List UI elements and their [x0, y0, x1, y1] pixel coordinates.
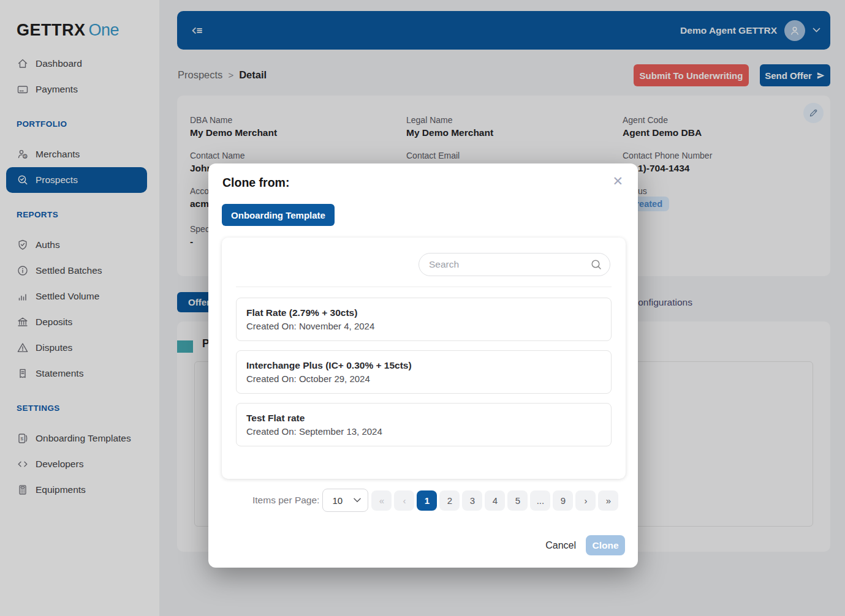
pager-last-button[interactable]: » — [598, 490, 618, 511]
search-field — [419, 253, 610, 276]
pager-next-button[interactable]: › — [575, 490, 596, 511]
select-chevron-icon — [354, 498, 361, 503]
pagination-row: Items per Page: 10 « ‹ 1 2 3 4 5 ... 9 ›… — [252, 489, 618, 512]
pager-page-4[interactable]: 4 — [485, 490, 505, 511]
template-name: Test Flat rate — [246, 411, 601, 425]
pager-first-button[interactable]: « — [371, 490, 392, 511]
pager-page-3[interactable]: 3 — [462, 490, 482, 511]
search-input[interactable] — [419, 253, 610, 276]
pager-ellipsis[interactable]: ... — [530, 490, 550, 511]
onboarding-template-tab[interactable]: Onboarding Template — [222, 204, 335, 226]
template-created-on: Created On: November 4, 2024 — [246, 320, 601, 333]
pager-page-1[interactable]: 1 — [417, 490, 437, 511]
cancel-button[interactable]: Cancel — [545, 540, 576, 551]
items-per-page-value: 10 — [332, 495, 343, 506]
pager-page-9[interactable]: 9 — [553, 490, 573, 511]
search-icon[interactable] — [590, 258, 602, 271]
clone-from-modal: Clone from: ✕ Onboarding Template Flat R… — [208, 163, 638, 568]
template-list-item[interactable]: Interchange Plus (IC+ 0.30% + 15cts) Cre… — [236, 350, 612, 394]
close-icon[interactable]: ✕ — [612, 175, 623, 187]
template-picker-panel: Flat Rate (2.79% + 30cts) Created On: No… — [222, 238, 626, 479]
pager-prev-button[interactable]: ‹ — [394, 490, 414, 511]
template-created-on: Created On: September 13, 2024 — [246, 425, 601, 438]
pager-page-5[interactable]: 5 — [507, 490, 528, 511]
pager: « ‹ 1 2 3 4 5 ... 9 › » — [371, 490, 618, 511]
app-root: GETTRXOne Dashboard Payments PORTFOLIO $… — [0, 0, 845, 616]
pager-page-2[interactable]: 2 — [439, 490, 460, 511]
template-list-item[interactable]: Test Flat rate Created On: September 13,… — [236, 403, 612, 446]
template-list-item[interactable]: Flat Rate (2.79% + 30cts) Created On: No… — [236, 298, 612, 341]
modal-title: Clone from: — [222, 176, 289, 190]
template-name: Flat Rate (2.79% + 30cts) — [246, 306, 601, 320]
template-created-on: Created On: October 29, 2024 — [246, 372, 601, 386]
modal-footer: Cancel Clone — [545, 535, 625, 555]
template-list: Flat Rate (2.79% + 30cts) Created On: No… — [236, 287, 612, 456]
clone-button[interactable]: Clone — [586, 535, 625, 555]
template-name: Interchange Plus (IC+ 0.30% + 15cts) — [246, 358, 601, 372]
items-per-page-label: Items per Page: — [252, 495, 319, 506]
items-per-page-select[interactable]: 10 — [322, 489, 368, 512]
